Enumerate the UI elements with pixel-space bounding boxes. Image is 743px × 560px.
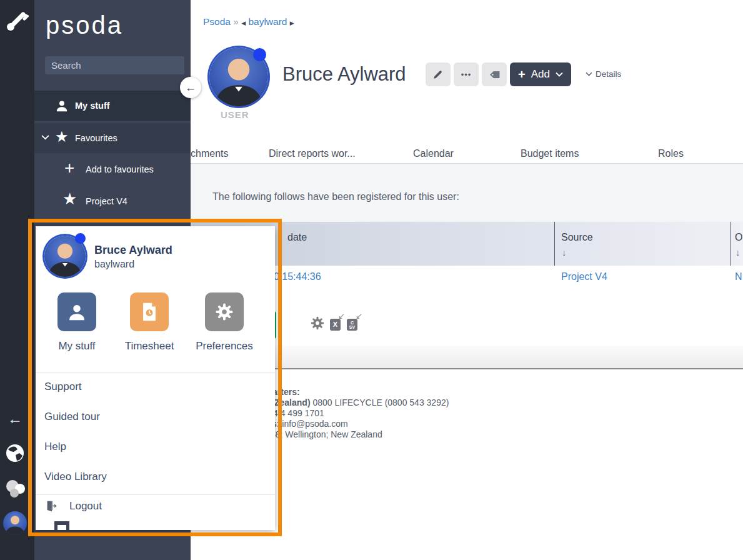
footer-line: 4 4 499 1701 xyxy=(273,408,324,419)
bubbles-icon[interactable] xyxy=(5,479,26,502)
details-toggle[interactable]: Details xyxy=(586,69,621,79)
tag-icon xyxy=(489,69,501,81)
footer-line: Zealand) 0800 LIFECYCLE (0800 543 3292) xyxy=(274,398,449,408)
star-icon: ★ xyxy=(55,128,69,146)
tab-direct-reports[interactable]: Direct reports wor... xyxy=(269,148,356,159)
online-status-badge xyxy=(253,48,266,61)
logout-door-icon xyxy=(44,499,58,513)
export-arrow-icon: ↙ xyxy=(338,311,345,321)
back-arrow-icon[interactable]: ← xyxy=(7,410,22,428)
tab-attachments[interactable]: chments xyxy=(191,148,228,159)
menu-item-help[interactable]: Help xyxy=(44,441,66,453)
column-divider xyxy=(554,222,555,266)
psoda-logo-icon[interactable] xyxy=(5,9,29,35)
person-icon xyxy=(55,98,69,113)
online-status-badge xyxy=(75,233,86,244)
export-arrow-icon: ↙ xyxy=(356,311,362,321)
column-divider xyxy=(730,222,731,266)
app-window: Psoda » ◀ baylward ▶ USER Bruce Aylward … xyxy=(0,0,743,560)
tab-budget-items[interactable]: Budget items xyxy=(521,148,579,159)
chevron-down-icon xyxy=(586,72,592,76)
footer-line: 58; Wellington; New Zealand xyxy=(271,429,382,440)
sidebar-item-project-v4[interactable]: ★ Project V4 xyxy=(34,188,191,215)
row-owner-link[interactable]: N xyxy=(735,271,742,282)
search-input[interactable] xyxy=(45,56,184,74)
sidebar-item-add-to-favourites[interactable]: + Add to favourites xyxy=(34,156,191,182)
pencil-icon xyxy=(432,69,444,80)
tab-roles[interactable]: Roles xyxy=(658,148,684,159)
column-header-date[interactable]: date xyxy=(287,232,307,243)
breadcrumb-root-link[interactable]: Psoda xyxy=(203,16,231,27)
plus-icon: + xyxy=(518,68,526,82)
table-settings-button[interactable] xyxy=(309,315,326,334)
column-header-source[interactable]: Source xyxy=(561,232,593,243)
arrow-left-icon: ← xyxy=(185,81,196,94)
timesheet-tile[interactable] xyxy=(130,292,169,331)
psoda-wordmark: psoda xyxy=(46,11,123,39)
breadcrumb-separator: » xyxy=(233,16,239,27)
gear-icon xyxy=(309,315,326,331)
entity-type-label: USER xyxy=(221,109,249,120)
user-menu-panel: Bruce Aylward baylward xyxy=(36,226,275,530)
menu-item-logout[interactable]: Logout xyxy=(44,499,102,513)
chevron-down-icon xyxy=(41,134,49,140)
menu-username: baylward xyxy=(94,259,134,270)
plus-icon: + xyxy=(64,158,74,178)
menu-item-guided-tour[interactable]: Guided tour xyxy=(44,411,100,423)
icon-rail: ← xyxy=(0,0,34,560)
footer-line: arters: xyxy=(272,387,300,398)
edit-button[interactable] xyxy=(426,62,451,86)
breadcrumb-next-icon[interactable]: ▶ xyxy=(290,20,294,26)
row-source-link[interactable]: Project V4 xyxy=(561,271,607,282)
person-icon xyxy=(67,301,87,322)
rail-user-avatar[interactable] xyxy=(3,511,27,535)
timesheet-document-icon xyxy=(139,301,160,323)
breadcrumb-prev-icon[interactable]: ◀ xyxy=(241,20,246,26)
preferences-tile-label: Preferences xyxy=(193,340,256,352)
preferences-tile[interactable] xyxy=(205,292,244,331)
star-icon: ★ xyxy=(62,189,77,209)
globe-icon[interactable] xyxy=(6,444,24,465)
logout-label: Logout xyxy=(69,500,102,512)
breadcrumb-current-link[interactable]: baylward xyxy=(248,16,287,27)
my-stuff-tile-label: My stuff xyxy=(46,340,108,352)
breadcrumb: Psoda » ◀ baylward ▶ xyxy=(203,16,294,28)
footer-line: s: info@psoda.com xyxy=(272,419,348,429)
tag-button[interactable] xyxy=(482,62,507,86)
my-stuff-tile[interactable] xyxy=(57,292,96,331)
menu-item-support[interactable]: Support xyxy=(44,381,82,393)
chevron-down-icon xyxy=(556,72,563,77)
page-title: Bruce Aylward xyxy=(282,63,406,86)
sidebar-collapse-button[interactable]: ← xyxy=(180,77,201,98)
column-header-owner[interactable]: O xyxy=(735,232,742,243)
timesheet-tile-label: Timesheet xyxy=(118,340,181,352)
sidebar-item-favourites[interactable]: ★ Favourites xyxy=(34,123,191,153)
tab-calendar[interactable]: Calendar xyxy=(413,148,454,159)
excel-label: X xyxy=(333,321,337,328)
sort-desc-icon[interactable]: ↓ xyxy=(562,247,567,258)
menu-item-video-library[interactable]: Video Library xyxy=(44,471,107,483)
ellipsis-icon: ••• xyxy=(461,70,472,79)
csv-label-line1: C xyxy=(351,321,354,325)
add-button-label: Add xyxy=(531,68,550,81)
menu-user-name: Bruce Aylward xyxy=(94,244,172,257)
csv-label-line2: SV xyxy=(349,325,355,329)
menu-divider xyxy=(36,372,275,372)
clipped-menu-icon xyxy=(54,521,69,530)
gear-icon xyxy=(214,301,235,322)
menu-divider xyxy=(36,494,275,495)
follows-intro-text: The following follows have been register… xyxy=(212,191,459,202)
sort-desc-icon[interactable]: ↓ xyxy=(736,247,741,258)
row-date-link[interactable]: 20 15:44:36 xyxy=(268,271,321,282)
add-button[interactable]: + Add xyxy=(510,62,571,86)
details-label: Details xyxy=(596,69,621,79)
more-actions-button[interactable]: ••• xyxy=(454,62,479,86)
sidebar-item-my-stuff[interactable]: My stuff xyxy=(34,91,191,121)
